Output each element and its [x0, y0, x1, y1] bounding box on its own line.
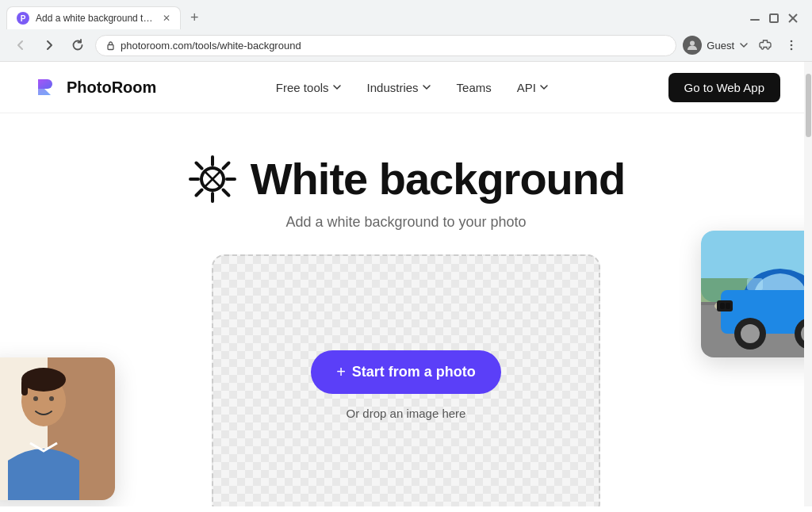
account-label: Guest: [707, 40, 734, 52]
svg-point-28: [21, 368, 66, 392]
upload-dropzone[interactable]: + Start from a photo Or drop an image he…: [212, 254, 600, 506]
start-btn-plus-icon: +: [336, 363, 346, 381]
window-minimize-icon[interactable]: [749, 12, 761, 25]
api-chevron-icon: [539, 82, 549, 92]
svg-rect-6: [108, 44, 113, 49]
tab-title: Add a white background to you...: [36, 13, 156, 24]
hero-heading: White background: [251, 153, 625, 204]
svg-rect-44: [720, 303, 725, 309]
svg-text:P: P: [21, 14, 26, 23]
url-text: photoroom.com/tools/white-background: [121, 40, 301, 52]
svg-point-27: [49, 396, 54, 401]
svg-line-20: [196, 189, 201, 195]
nav-links: Free tools Industries Teams API: [266, 75, 558, 101]
refresh-button[interactable]: [67, 34, 89, 56]
svg-point-7: [690, 41, 695, 46]
svg-point-8: [791, 40, 793, 43]
nav-teams[interactable]: Teams: [447, 75, 501, 101]
logo-icon: [32, 73, 60, 101]
logo-text: PhotoRoom: [67, 78, 156, 97]
start-from-photo-button[interactable]: + Start from a photo: [311, 350, 501, 394]
person-photo: [0, 357, 115, 500]
extensions-button[interactable]: [753, 34, 776, 56]
hero-title-row: White background: [16, 153, 796, 204]
logo[interactable]: PhotoRoom: [32, 73, 156, 101]
hero-section: White background Add a white background …: [0, 113, 812, 506]
svg-point-10: [791, 48, 793, 51]
browser-chrome: P Add a white background to you... ✕ + p…: [0, 0, 812, 62]
svg-rect-36: [747, 278, 763, 290]
svg-rect-29: [21, 380, 28, 395]
forward-button[interactable]: [38, 34, 60, 56]
scrollbar-thumb[interactable]: [806, 74, 811, 137]
start-btn-label: Start from a photo: [352, 364, 476, 380]
scrollbar-track[interactable]: [804, 62, 812, 506]
white-background-icon: [187, 154, 238, 204]
window-controls: [749, 12, 806, 25]
svg-rect-45: [726, 303, 730, 309]
window-restore-icon[interactable]: [768, 12, 780, 25]
lock-icon: [105, 40, 116, 51]
nav-industries[interactable]: Industries: [358, 75, 441, 101]
more-options-button[interactable]: [780, 34, 802, 56]
nav-api[interactable]: API: [508, 75, 558, 101]
tab-close-button[interactable]: ✕: [163, 13, 170, 24]
svg-point-9: [791, 44, 793, 47]
svg-line-18: [223, 189, 228, 195]
tab-bar: P Add a white background to you... ✕ +: [0, 0, 812, 29]
svg-line-19: [223, 162, 228, 168]
svg-point-38: [741, 324, 760, 343]
floating-image-person: [0, 357, 115, 500]
website-content: PhotoRoom Free tools Industries Teams AP…: [0, 62, 812, 506]
back-button[interactable]: [10, 34, 32, 56]
dropzone-wrapper: + Start from a photo Or drop an image he…: [16, 254, 796, 506]
window-close-icon[interactable]: [787, 12, 799, 25]
account-avatar: [683, 36, 702, 55]
site-nav: PhotoRoom Free tools Industries Teams AP…: [0, 62, 812, 113]
free-tools-chevron-icon: [332, 82, 342, 92]
drop-text: Or drop an image here: [347, 407, 466, 420]
svg-rect-2: [750, 19, 760, 21]
svg-rect-3: [770, 14, 778, 22]
active-tab[interactable]: P Add a white background to you... ✕: [6, 6, 181, 29]
account-button[interactable]: Guest: [683, 36, 749, 55]
nav-free-tools[interactable]: Free tools: [266, 75, 351, 101]
floating-image-car: [701, 231, 812, 357]
industries-chevron-icon: [422, 82, 431, 92]
account-chevron-icon: [739, 40, 749, 50]
go-to-web-app-button[interactable]: Go to Web App: [668, 73, 780, 102]
tab-favicon: P: [17, 12, 29, 25]
hero-subtitle: Add a white background to your photo: [16, 214, 796, 231]
car-photo: [701, 231, 812, 357]
browser-right-icons: Guest: [683, 34, 802, 56]
svg-line-17: [196, 162, 201, 168]
svg-point-26: [33, 396, 38, 401]
browser-nav-bar: photoroom.com/tools/white-background Gue…: [0, 29, 812, 61]
new-tab-button[interactable]: +: [184, 6, 205, 29]
address-bar[interactable]: photoroom.com/tools/white-background: [95, 35, 676, 56]
